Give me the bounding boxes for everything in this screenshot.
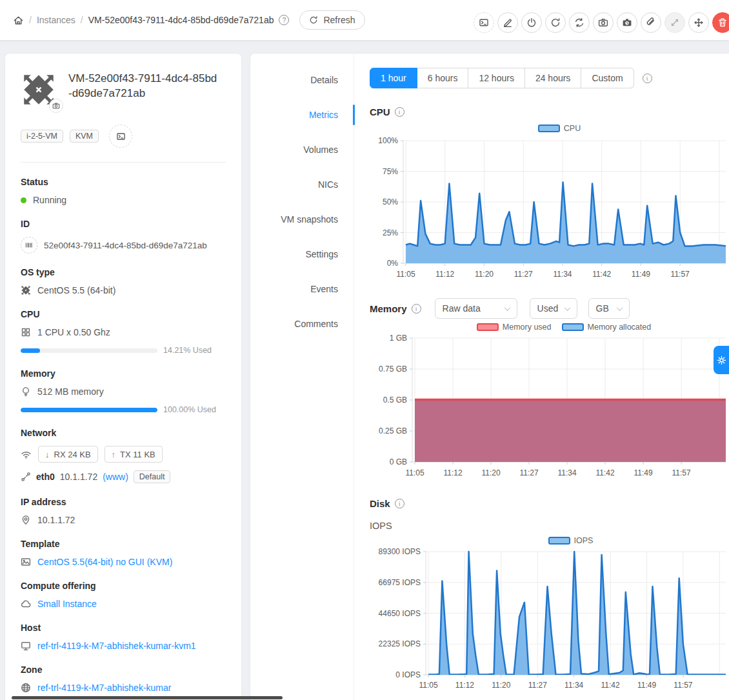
svg-text:11:20: 11:20 xyxy=(481,468,500,477)
host-section: Host ref-trl-4119-k-M7-abhishek-kumar-kv… xyxy=(21,623,226,651)
range-1-hour-button[interactable]: 1 hour xyxy=(370,68,417,88)
zone-link[interactable]: ref-trl-4119-k-M7-abhishek-kumar xyxy=(37,683,171,693)
nic-network-link[interactable]: (www) xyxy=(103,472,128,482)
cloud-icon xyxy=(21,599,31,609)
svg-text:0%: 0% xyxy=(387,259,399,268)
range-24-hours-button[interactable]: 24 hours xyxy=(525,68,581,88)
paperclip-icon xyxy=(646,17,656,28)
memory-chart-title: Memory xyxy=(370,303,407,314)
stop-instance-button[interactable] xyxy=(521,12,542,33)
tab-comments[interactable]: Comments xyxy=(250,306,354,341)
memory-chart: 1 GB0.75 GB0.5 GB0.25 GB0 GB11:0511:1211… xyxy=(370,333,728,484)
legend-label[interactable]: Memory allocated xyxy=(588,323,652,332)
svg-text:11:20: 11:20 xyxy=(492,681,510,690)
console-button[interactable] xyxy=(474,12,494,33)
memory-view-select[interactable]: Raw data xyxy=(435,298,517,319)
svg-text:11:12: 11:12 xyxy=(443,468,462,477)
svg-text:11:34: 11:34 xyxy=(557,468,576,477)
cpu-used-text: 14.21% Used xyxy=(163,346,212,355)
memory-info-icon[interactable]: i xyxy=(412,304,421,314)
sync-icon xyxy=(574,17,584,28)
svg-text:11:05: 11:05 xyxy=(405,468,424,477)
tab-nics[interactable]: NICs xyxy=(250,167,354,202)
edit-button[interactable] xyxy=(497,12,518,33)
cpu-section: CPU 1 CPU x 0.50 Ghz 14.21% Used xyxy=(21,309,226,355)
legend-swatch-iops[interactable] xyxy=(548,537,570,545)
legend-label[interactable]: Memory used xyxy=(503,323,552,332)
nic-default-tag: Default xyxy=(134,470,171,483)
legend-label[interactable]: IOPS xyxy=(574,536,594,545)
home-icon[interactable] xyxy=(13,15,24,26)
range-6-hours-button[interactable]: 6 hours xyxy=(417,68,469,88)
breadcrumb-separator: / xyxy=(29,15,32,25)
change-icon-camera-badge[interactable] xyxy=(49,99,63,113)
nic-name: eth0 xyxy=(36,472,55,482)
svg-text:66975 IOPS: 66975 IOPS xyxy=(379,578,421,587)
range-custom-button[interactable]: Custom xyxy=(581,68,634,88)
tab-metrics[interactable]: Metrics xyxy=(250,97,354,132)
svg-text:11:20: 11:20 xyxy=(475,270,494,279)
svg-text:0.5 GB: 0.5 GB xyxy=(383,395,407,405)
chevron-down-icon xyxy=(616,305,623,311)
theme-settings-button[interactable] xyxy=(714,346,729,374)
tab-volumes[interactable]: Volumes xyxy=(250,132,354,167)
memory-label: Memory xyxy=(21,368,226,379)
tab-vm-snapshots[interactable]: VM snapshots xyxy=(250,202,354,237)
breadcrumb-separator: / xyxy=(81,15,83,25)
svg-text:11:49: 11:49 xyxy=(637,681,656,690)
legend-swatch-memory-allocated[interactable] xyxy=(562,323,584,331)
status-value: Running xyxy=(33,195,66,205)
memory-used-text: 100.00% Used xyxy=(163,405,216,414)
divider xyxy=(21,162,226,163)
legend-label[interactable]: CPU xyxy=(564,124,581,133)
open-console-button[interactable] xyxy=(109,125,132,148)
take-snapshot-button[interactable] xyxy=(593,12,614,33)
tab-settings[interactable]: Settings xyxy=(250,237,354,272)
host-link[interactable]: ref-trl-4119-k-M7-abhishek-kumar-kvm1 xyxy=(37,641,196,651)
range-info-icon[interactable]: i xyxy=(643,74,652,83)
svg-text:44650 IOPS: 44650 IOPS xyxy=(379,609,421,618)
edit-pencil-icon xyxy=(503,17,513,28)
tab-details[interactable]: Details xyxy=(250,63,354,97)
ip-section: IP address 10.1.1.72 xyxy=(21,497,226,525)
migrate-vm-button[interactable] xyxy=(688,12,709,33)
power-icon xyxy=(526,17,537,28)
vm-snapshot-button[interactable] xyxy=(617,12,637,33)
tab-events[interactable]: Events xyxy=(250,272,354,306)
memory-metric-select[interactable]: Used xyxy=(530,298,577,319)
breadcrumb: / Instances / VM-52e00f43-7911-4dc4-85bd… xyxy=(13,0,365,40)
network-label: Network xyxy=(21,428,226,438)
bulb-icon xyxy=(21,386,31,397)
reboot-instance-button[interactable] xyxy=(545,12,566,33)
svg-text:1 GB: 1 GB xyxy=(390,334,407,343)
cpu-chart-legend: CPU xyxy=(403,124,726,133)
instance-title: VM-52e00f43-7911-4dc4-85bd-d69de7a721ab xyxy=(68,72,219,108)
cpu-info-icon[interactable]: i xyxy=(395,107,404,117)
horizontal-scrollbar-thumb[interactable] xyxy=(12,696,283,699)
template-image-icon xyxy=(21,557,31,567)
refresh-button[interactable]: Refresh xyxy=(299,10,364,30)
breadcrumb-instances-link[interactable]: Instances xyxy=(37,15,75,25)
host-monitor-icon xyxy=(21,641,31,651)
legend-swatch-cpu[interactable] xyxy=(538,125,560,132)
attach-iso-button[interactable] xyxy=(641,12,661,33)
destroy-instance-button[interactable] xyxy=(712,12,729,33)
memory-unit-select[interactable]: GB xyxy=(588,298,630,319)
console-icon xyxy=(116,132,126,141)
scale-arrows-icon xyxy=(670,17,680,28)
gear-icon xyxy=(717,355,726,365)
svg-text:11:05: 11:05 xyxy=(396,270,415,279)
svg-text:22325 IOPS: 22325 IOPS xyxy=(379,639,421,648)
download-arrow-icon: ↓ xyxy=(45,450,50,459)
cpu-label: CPU xyxy=(21,309,226,319)
disk-info-icon[interactable]: i xyxy=(395,499,404,508)
scale-vm-button[interactable] xyxy=(664,12,685,33)
template-link[interactable]: CentOS 5.5(64-bit) no GUI (KVM) xyxy=(37,557,172,567)
compute-offering-link[interactable]: Small Instance xyxy=(37,599,97,609)
range-12-hours-button[interactable]: 12 hours xyxy=(468,68,524,88)
id-value: 52e00f43-7911-4dc4-85bd-d69de7a721ab xyxy=(44,241,207,250)
reinstall-instance-button[interactable] xyxy=(569,12,590,33)
svg-text:11:27: 11:27 xyxy=(519,468,538,477)
legend-swatch-memory-used[interactable] xyxy=(477,323,499,331)
help-question-icon[interactable]: ? xyxy=(279,15,289,25)
